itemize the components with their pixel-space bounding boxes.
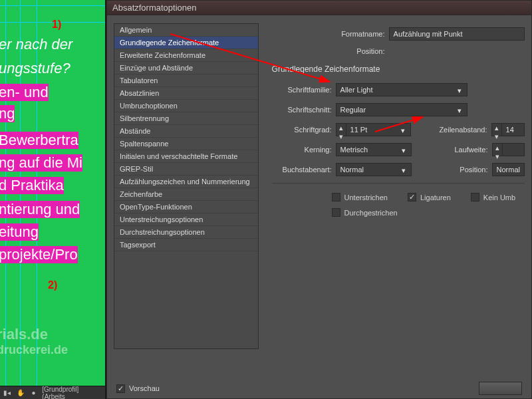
sidebar-item[interactable]: Grundlegende Zeichenformate bbox=[114, 37, 258, 49]
fontstyle-dropdown[interactable]: Regular ▾ bbox=[336, 103, 467, 116]
sidebar-item[interactable]: Spaltenspanne bbox=[114, 138, 258, 150]
paragraph-style-options-dialog: Absatzformatoptionen AllgemeinGrundlegen… bbox=[106, 0, 532, 399]
nobreak-checkbox[interactable]: Kein Umb bbox=[471, 193, 515, 201]
sidebar-item[interactable]: Tagsexport bbox=[114, 239, 258, 251]
document-preview: er nach derungsstufe?en- undng Bewerbert… bbox=[0, 0, 105, 399]
sidebar-item[interactable]: Tabulatoren bbox=[114, 74, 258, 87]
leading-spinner[interactable]: ▴▾ bbox=[491, 123, 502, 136]
hand-icon[interactable]: ✋ bbox=[16, 388, 25, 398]
tracking-field[interactable] bbox=[502, 143, 525, 156]
sidebar-item[interactable]: Initialen und verschachtelte Formate bbox=[114, 150, 258, 163]
doc-text-line: Bewerbertra bbox=[0, 132, 78, 149]
fontfamily-label: Schriftfamilie: bbox=[272, 86, 332, 94]
chevron-down-icon: ▾ bbox=[458, 86, 464, 93]
dialog-title: Absatzformatoptionen bbox=[107, 1, 531, 15]
doc-text-line: en- und bbox=[0, 84, 49, 101]
errors-icon[interactable]: ● bbox=[29, 388, 39, 398]
fontsize-spinner[interactable]: ▴▾ bbox=[336, 123, 346, 136]
page-nav-icon[interactable]: ▮◂ bbox=[3, 388, 12, 398]
dialog-sidebar-list[interactable]: AllgemeinGrundlegende ZeichenformateErwe… bbox=[114, 23, 259, 349]
annotation-1: 1) bbox=[52, 19, 61, 31]
doc-text-line: ng bbox=[0, 105, 15, 122]
sidebar-item[interactable]: Zeichenfarbe bbox=[114, 188, 258, 201]
position-label: Position: bbox=[272, 47, 385, 55]
profile-label: [Grundprofil] (Arbeits bbox=[42, 386, 102, 400]
doc-text-line: ntierung und bbox=[0, 201, 80, 218]
fontfamily-dropdown[interactable]: Aller Light ▾ bbox=[336, 83, 467, 96]
chevron-down-icon: ▾ bbox=[401, 126, 408, 133]
kerning-dropdown[interactable]: Metrisch ▾ bbox=[336, 143, 412, 156]
case-dropdown[interactable]: Normal ▾ bbox=[336, 163, 412, 176]
doc-text-line: eitung bbox=[0, 223, 39, 241]
underline-checkbox[interactable]: Unterstrichen bbox=[332, 193, 388, 201]
section-title: Grundlegende Zeichenformate bbox=[272, 65, 525, 74]
sidebar-item[interactable]: Durchstreichungsoptionen bbox=[114, 226, 258, 239]
sidebar-item[interactable]: Unterstreichungsoptionen bbox=[114, 213, 258, 226]
dialog-sidebar: AllgemeinGrundlegende ZeichenformateErwe… bbox=[107, 15, 259, 378]
doc-text-line: ungsstufe? bbox=[0, 60, 70, 77]
leading-label: Zeilenabstand: bbox=[411, 126, 487, 134]
fontsize-label: Schriftgrad: bbox=[272, 126, 332, 134]
leading-field[interactable]: 14 bbox=[501, 123, 525, 136]
tracking-label: Laufweite: bbox=[412, 146, 488, 154]
fontsize-field[interactable]: 11 Pt ▾ bbox=[346, 123, 411, 136]
dialog-panel: Formatname: Aufzählung mit Punkt Positio… bbox=[259, 15, 531, 378]
sidebar-item[interactable]: Aufzählungszeichen und Nummerierung bbox=[114, 176, 258, 188]
chevron-down-icon: ▾ bbox=[458, 106, 464, 113]
doc-text-line: projekte/Pro bbox=[0, 246, 78, 263]
position2-dropdown[interactable]: Normal bbox=[492, 163, 525, 176]
sidebar-item[interactable]: Absatzlinien bbox=[114, 87, 258, 100]
position2-label: Position: bbox=[412, 166, 488, 174]
sidebar-item[interactable]: GREP-Stil bbox=[114, 163, 258, 176]
sidebar-item[interactable]: Abstände bbox=[114, 125, 258, 138]
status-bar: ▮◂ ✋ ● [Grundprofil] (Arbeits bbox=[0, 386, 105, 399]
formatname-label: Formatname: bbox=[272, 30, 385, 38]
formatname-field[interactable]: Aufzählung mit Punkt bbox=[389, 27, 525, 41]
tracking-spinner[interactable]: ▴▾ bbox=[492, 143, 503, 156]
kerning-label: Kerning: bbox=[272, 146, 332, 154]
sidebar-item[interactable]: Erweiterte Zeichenformate bbox=[114, 49, 258, 62]
sidebar-item[interactable]: OpenType-Funktionen bbox=[114, 201, 258, 213]
doc-text-line: d Praktika bbox=[0, 177, 64, 194]
sidebar-item[interactable]: Allgemein bbox=[114, 24, 258, 37]
strike-checkbox[interactable]: Durchgestrichen bbox=[332, 208, 398, 217]
case-label: Buchstabenart: bbox=[272, 166, 332, 174]
chevron-down-icon: ▾ bbox=[402, 166, 408, 173]
sidebar-item[interactable]: Umbruchoptionen bbox=[114, 100, 258, 112]
dialog-button[interactable] bbox=[479, 382, 522, 395]
ligatures-checkbox[interactable]: Ligaturen bbox=[408, 193, 451, 201]
fontstyle-label: Schriftschnitt: bbox=[272, 106, 332, 114]
sidebar-item[interactable]: Einzüge und Abstände bbox=[114, 62, 258, 74]
chevron-down-icon: ▾ bbox=[402, 146, 408, 153]
watermark-1: rials.de bbox=[0, 326, 48, 343]
annotation-2: 2) bbox=[48, 279, 57, 291]
doc-text-line: ng auf die Mi bbox=[0, 154, 82, 172]
vorschau-checkbox[interactable]: Vorschau bbox=[116, 384, 160, 393]
watermark-2: druckerei.de bbox=[0, 343, 68, 357]
sidebar-item[interactable]: Silbentrennung bbox=[114, 112, 258, 125]
doc-text-line: er nach der bbox=[0, 36, 72, 53]
